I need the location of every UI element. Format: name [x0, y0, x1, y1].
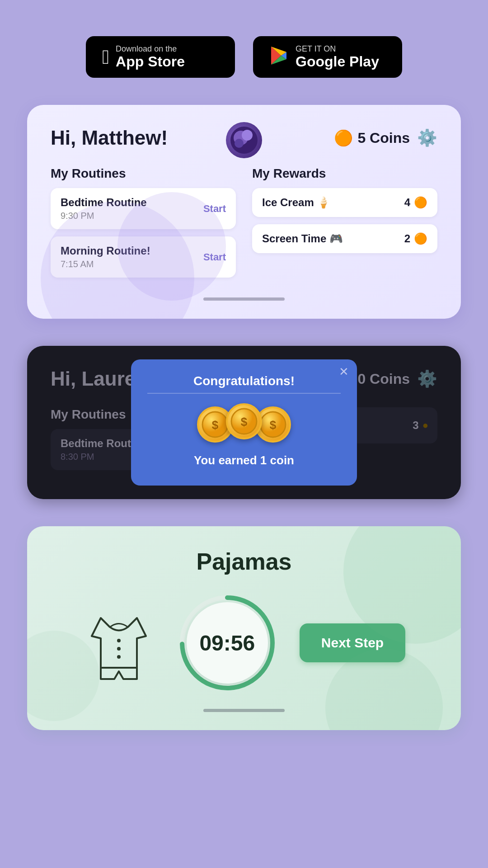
timer-display: 09:56: [187, 602, 268, 684]
modal-close-button[interactable]: ✕: [339, 366, 349, 377]
apple-icon: : [102, 47, 109, 67]
google-play-button[interactable]: GET IT ON Google Play: [253, 36, 402, 78]
svg-text:$: $: [241, 415, 248, 429]
home-indicator-matthew: [203, 297, 285, 301]
app-store-button[interactable]:  Download on the App Store: [86, 36, 235, 78]
rewards-label-matthew: My Rewards: [252, 166, 437, 181]
google-play-label-large: Google Play: [296, 54, 379, 70]
google-play-label-small: GET IT ON: [296, 44, 379, 54]
modal-title: Congratulations!: [147, 374, 341, 388]
pajamas-clothing-icon: [83, 602, 155, 684]
svg-point-6: [242, 130, 253, 141]
svg-point-19: [117, 647, 121, 651]
start-button-morning[interactable]: Start: [203, 251, 226, 263]
settings-icon-matthew[interactable]: ⚙️: [417, 128, 437, 147]
matthew-greeting: Hi, Matthew!: [51, 127, 168, 149]
reward-cost-screentime: 2 🟠: [404, 232, 427, 245]
routine-name-morning: Morning Routine!: [61, 245, 150, 257]
timer-container: 09:56: [178, 593, 277, 693]
svg-point-7: [235, 139, 244, 148]
matthew-coins-badge: 🟠 5 Coins: [334, 129, 410, 147]
congratulations-modal-overlay: ✕ Congratulations! $ $: [27, 346, 461, 499]
routine-name-bedtime: Bedtime Routine: [61, 196, 147, 209]
start-button-bedtime[interactable]: Start: [203, 203, 226, 215]
matthew-routines-col: My Routines Bedtime Routine 9:30 PM Star…: [51, 166, 236, 285]
matthew-coins-count: 5 Coins: [357, 130, 410, 146]
matthew-card: Hi, Matthew! 🟠 5 Coins ⚙️ My Routines Be…: [27, 105, 461, 319]
pajamas-content: 09:56 Next Step: [51, 593, 437, 693]
routine-time-bedtime: 9:30 PM: [61, 211, 147, 221]
modal-message: You earned 1 coin: [147, 453, 341, 467]
matthew-columns: My Routines Bedtime Routine 9:30 PM Star…: [51, 166, 437, 285]
svg-point-20: [117, 655, 121, 659]
routine-item-bedtime: Bedtime Routine 9:30 PM Start: [51, 188, 236, 229]
app-logo-matthew: [226, 122, 262, 158]
reward-item-screentime: Screen Time 🎮 2 🟠: [252, 224, 437, 253]
modal-coin-2: $: [226, 403, 262, 439]
reward-cost-icecream: 4 🟠: [404, 196, 427, 209]
pajamas-card: Pajamas 09: [27, 526, 461, 730]
google-play-icon: [269, 46, 289, 69]
reward-name-screentime: Screen Time 🎮: [262, 232, 343, 245]
store-buttons-container:  Download on the App Store GET IT ON Go…: [86, 36, 402, 78]
home-indicator-pajamas: [203, 709, 285, 712]
svg-point-18: [117, 639, 121, 642]
lauren-card: Hi, Lauren! ● 0 Coins ⚙️ My Routines Bed…: [27, 346, 461, 499]
svg-text:$: $: [270, 419, 277, 432]
congratulations-modal: ✕ Congratulations! $ $: [131, 359, 357, 486]
modal-coins: $ $ $: [147, 406, 341, 443]
modal-divider: [147, 393, 341, 394]
routine-time-morning: 7:15 AM: [61, 259, 150, 269]
reward-item-icecream: Ice Cream 🍦 4 🟠: [252, 188, 437, 217]
app-store-label-large: App Store: [116, 54, 185, 70]
routine-item-morning: Morning Routine! 7:15 AM Start: [51, 236, 236, 278]
svg-text:$: $: [212, 419, 219, 432]
reward-name-icecream: Ice Cream 🍦: [262, 196, 330, 209]
next-step-button[interactable]: Next Step: [300, 623, 405, 662]
pajamas-title: Pajamas: [51, 548, 437, 575]
app-store-label-small: Download on the: [116, 44, 185, 54]
matthew-card-header: Hi, Matthew! 🟠 5 Coins ⚙️: [51, 127, 437, 149]
matthew-rewards-col: My Rewards Ice Cream 🍦 4 🟠 Screen Time 🎮…: [252, 166, 437, 285]
coin-icon-matthew: 🟠: [334, 129, 353, 147]
routines-label-matthew: My Routines: [51, 166, 236, 181]
